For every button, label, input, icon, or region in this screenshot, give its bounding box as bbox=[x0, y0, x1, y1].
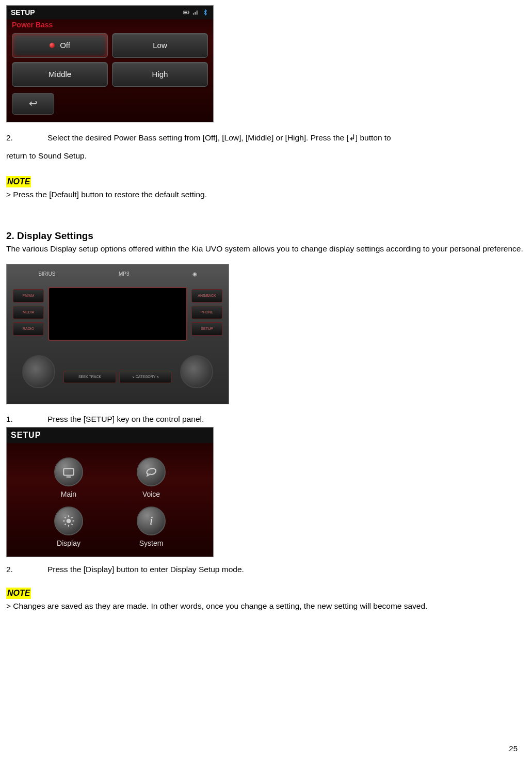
system-icon: i bbox=[137, 507, 166, 535]
bluetooth-icon bbox=[202, 9, 209, 15]
instruction-press-setup: 1.Press the [SETUP] key on the control p… bbox=[6, 414, 526, 425]
note-label-1: NOTE bbox=[6, 176, 31, 187]
back-arrow-icon: ↩ bbox=[29, 97, 38, 110]
svg-rect-5 bbox=[197, 11, 198, 15]
svg-rect-7 bbox=[67, 476, 71, 477]
note-label-2: NOTE bbox=[6, 588, 31, 599]
display-settings-desc: The various Display setup options offere… bbox=[6, 244, 526, 255]
svg-rect-1 bbox=[189, 12, 189, 13]
status-bar: SETUP bbox=[7, 6, 213, 19]
phone-button[interactable]: PHONE bbox=[191, 306, 222, 319]
radio-button[interactable]: RADIO bbox=[13, 322, 44, 336]
setup-menu-screenshot: SETUP Main Voice Display i System bbox=[6, 427, 214, 557]
option-low-button[interactable]: Low bbox=[112, 33, 208, 58]
svg-rect-4 bbox=[195, 12, 196, 14]
option-high-button[interactable]: High bbox=[112, 62, 208, 87]
menu-item-main[interactable]: Main bbox=[33, 457, 105, 499]
svg-line-15 bbox=[71, 517, 72, 518]
back-button[interactable]: ↩ bbox=[12, 93, 54, 115]
setup-button[interactable]: SETUP bbox=[191, 322, 222, 336]
menu-item-system[interactable]: i System bbox=[115, 507, 187, 548]
svg-rect-6 bbox=[63, 468, 74, 475]
category-button[interactable]: ∨ CATEGORY ∧ bbox=[119, 371, 172, 383]
radio-display-screen bbox=[48, 287, 187, 341]
seek-track-button[interactable]: SEEK TRACK bbox=[63, 371, 116, 383]
mp3-label: MP3 bbox=[119, 271, 130, 278]
menu-label-main: Main bbox=[61, 489, 76, 499]
step-number-3: 2. bbox=[6, 564, 47, 575]
step-number-2: 1. bbox=[6, 414, 47, 425]
right-knob[interactable] bbox=[180, 355, 213, 388]
left-knob[interactable] bbox=[22, 355, 55, 388]
page-number: 25 bbox=[509, 744, 518, 754]
svg-point-8 bbox=[67, 518, 71, 523]
menu-label-system: System bbox=[139, 539, 164, 548]
power-bass-setup-screenshot: SETUP Power Bass Off Low Middle High ↩ bbox=[6, 5, 214, 122]
option-middle-button[interactable]: Middle bbox=[12, 62, 108, 87]
display-icon bbox=[54, 507, 83, 535]
menu-item-display[interactable]: Display bbox=[33, 507, 105, 548]
instruction-press-display: 2.Press the [Display] button to enter Di… bbox=[6, 564, 526, 575]
disc-icon: ◉ bbox=[192, 271, 197, 278]
status-icons bbox=[183, 9, 209, 15]
note-body-1: > Press the [Default] button to restore … bbox=[6, 189, 526, 200]
menu-item-voice[interactable]: Voice bbox=[115, 457, 187, 499]
setup-title-2: SETUP bbox=[11, 430, 41, 441]
fm-am-button[interactable]: FM/AM bbox=[13, 289, 44, 303]
signal-icon bbox=[192, 9, 200, 15]
voice-icon bbox=[137, 457, 166, 486]
note-body-2: > Changes are saved as they are made. In… bbox=[6, 601, 526, 612]
instruction-power-bass-cont: return to Sound Setup. bbox=[6, 148, 526, 164]
svg-line-16 bbox=[65, 524, 66, 525]
power-bass-subtitle: Power Bass bbox=[7, 19, 213, 31]
main-icon bbox=[54, 457, 83, 486]
svg-line-14 bbox=[71, 524, 72, 525]
menu-label-display: Display bbox=[57, 539, 80, 548]
svg-rect-2 bbox=[184, 12, 187, 13]
step-number: 2. bbox=[6, 130, 47, 146]
step-text-3: Press the [Display] button to enter Disp… bbox=[47, 565, 244, 574]
step-text-2: Press the [SETUP] key on the control pan… bbox=[47, 415, 204, 423]
media-button[interactable]: MEDIA bbox=[13, 306, 44, 319]
display-settings-heading: 2. Display Settings bbox=[6, 229, 526, 243]
instruction-power-bass: 2.Select the desired Power Bass setting … bbox=[6, 130, 526, 146]
step-text-line1: Select the desired Power Bass setting fr… bbox=[47, 133, 391, 142]
svg-line-13 bbox=[65, 517, 66, 518]
ansback-button[interactable]: ANS/BACK bbox=[191, 289, 222, 303]
setup-title: SETUP bbox=[11, 8, 35, 18]
battery-icon bbox=[183, 9, 190, 15]
option-off-button[interactable]: Off bbox=[12, 33, 108, 58]
menu-label-voice: Voice bbox=[142, 489, 160, 499]
radio-control-panel-photo: SIRIUS MP3 ◉ FM/AM MEDIA RADIO ANS/BACK … bbox=[6, 264, 229, 404]
status-bar-2: SETUP bbox=[7, 428, 213, 443]
sirius-label: SIRIUS bbox=[38, 271, 55, 278]
svg-rect-3 bbox=[193, 13, 194, 15]
